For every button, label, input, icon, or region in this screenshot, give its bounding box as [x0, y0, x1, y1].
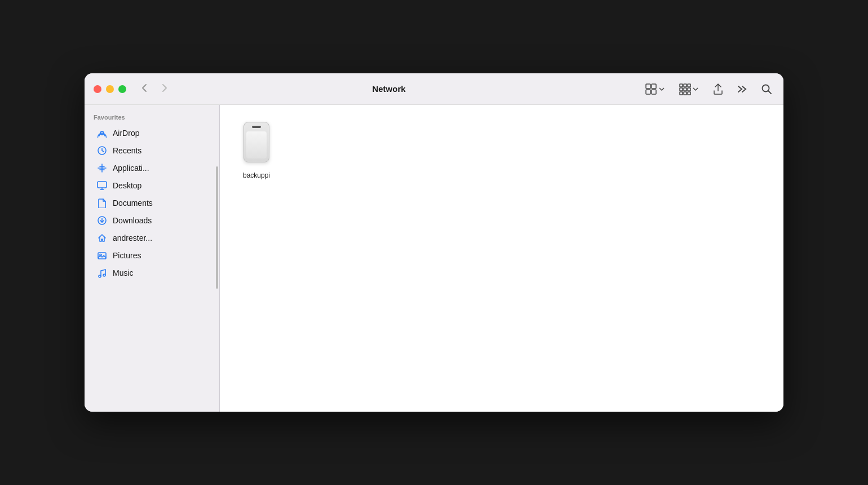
pictures-icon [97, 250, 107, 261]
view-toggle [643, 81, 667, 98]
downloads-label: Downloads [113, 216, 152, 225]
svg-rect-10 [680, 92, 683, 95]
file-label-backuppi: backuppi [243, 171, 270, 179]
svg-rect-21 [98, 182, 107, 188]
music-label: Music [113, 268, 134, 277]
svg-rect-7 [680, 88, 683, 91]
sidebar-item-recents[interactable]: Recents [88, 142, 216, 159]
svg-rect-5 [684, 84, 687, 87]
grid-view-button[interactable] [643, 81, 667, 98]
svg-rect-6 [688, 84, 690, 87]
traffic-lights [94, 85, 126, 93]
file-grid: backuppi [231, 116, 772, 185]
svg-rect-2 [646, 90, 650, 94]
search-button[interactable] [759, 81, 774, 97]
airdrop-label: AirDrop [113, 129, 139, 138]
device-body-inner [246, 131, 267, 158]
svg-point-28 [99, 275, 101, 277]
content-area: Favourites AirDrop [85, 105, 783, 412]
device-indicator [252, 126, 261, 128]
airdrop-icon [97, 128, 107, 138]
sidebar-item-home[interactable]: andrester... [88, 230, 216, 246]
finder-window: Network [85, 73, 783, 412]
device-body [243, 122, 269, 162]
file-item-backuppi[interactable]: backuppi [231, 116, 282, 185]
sidebar-item-airdrop[interactable]: AirDrop [88, 125, 216, 142]
sidebar-item-documents[interactable]: Documents [88, 195, 216, 211]
sidebar-item-music[interactable]: Music [88, 264, 216, 281]
pictures-label: Pictures [113, 251, 141, 260]
airport-device-icon [240, 122, 273, 167]
svg-rect-26 [98, 253, 106, 259]
svg-line-14 [768, 91, 771, 94]
close-button[interactable] [94, 85, 101, 93]
window-title: Network [135, 84, 643, 94]
svg-rect-3 [652, 90, 656, 94]
svg-point-29 [103, 274, 105, 276]
view-options-button[interactable] [676, 81, 701, 98]
home-label: andrester... [113, 233, 152, 242]
music-icon [97, 268, 107, 278]
recents-icon [97, 146, 107, 156]
svg-rect-8 [684, 88, 687, 91]
documents-label: Documents [113, 199, 153, 208]
svg-rect-1 [652, 84, 656, 89]
home-icon [97, 233, 107, 243]
documents-icon [97, 198, 107, 208]
main-area: backuppi [220, 105, 783, 412]
desktop-icon [97, 180, 107, 191]
sidebar-item-applications[interactable]: Applicati... [88, 160, 216, 177]
favourites-label: Favourites [85, 112, 219, 124]
sidebar-scrollbar[interactable] [216, 166, 218, 289]
applications-label: Applicati... [113, 164, 149, 173]
more-button[interactable] [735, 82, 750, 96]
svg-rect-12 [688, 92, 690, 95]
share-button[interactable] [710, 81, 726, 98]
maximize-button[interactable] [118, 85, 126, 93]
toolbar-right [643, 81, 774, 98]
title-bar: Network [85, 73, 783, 105]
svg-rect-0 [646, 84, 650, 89]
recents-label: Recents [113, 146, 141, 155]
svg-rect-4 [680, 84, 683, 87]
applications-icon [97, 163, 107, 173]
sidebar-item-downloads[interactable]: Downloads [88, 212, 216, 229]
downloads-icon [97, 215, 107, 226]
svg-rect-9 [688, 88, 690, 91]
sidebar: Favourites AirDrop [85, 105, 220, 412]
minimize-button[interactable] [106, 85, 114, 93]
sidebar-item-desktop[interactable]: Desktop [88, 177, 216, 194]
svg-rect-11 [684, 92, 687, 95]
sidebar-item-pictures[interactable]: Pictures [88, 247, 216, 264]
desktop-label: Desktop [113, 181, 141, 190]
